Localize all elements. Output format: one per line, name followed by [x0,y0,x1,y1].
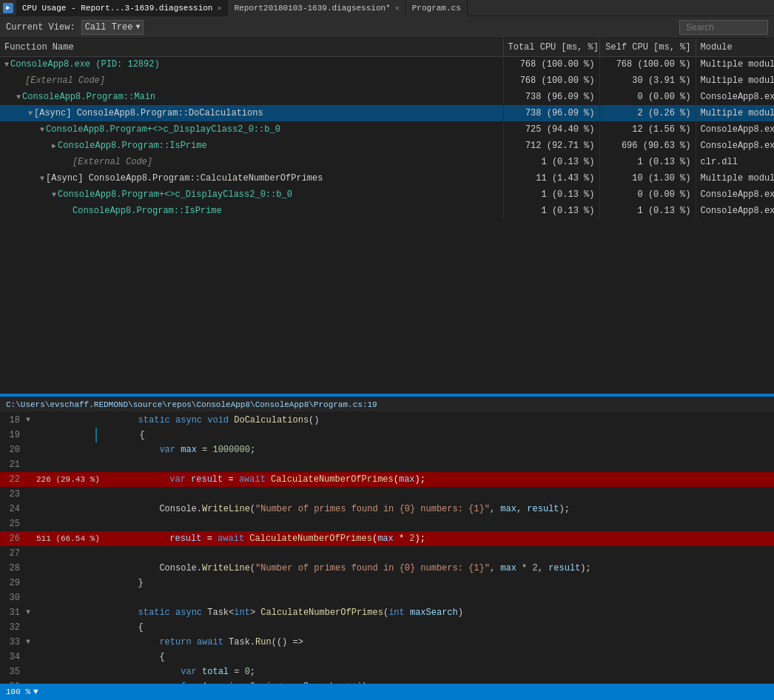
module-cell: ConsoleApp8.exe [696,203,774,219]
table-row[interactable]: ▼ConsoleApp8.Program+<>c_DisplayClass2_0… [0,186,774,203]
code-line: 28 Console.WriteLine("Number of primes f… [0,561,774,576]
line-number: 23 [0,487,26,502]
code-line: 20 var max = 1000000; [0,442,774,457]
table-row[interactable]: ▼[Async] ConsoleApp8.Program::CalculateN… [0,170,774,186]
col-header-self[interactable]: Self CPU [ms, %] [599,38,696,56]
tree-toggle-icon[interactable]: ▼ [28,110,33,118]
function-cell: ▼ConsoleApp8.Program::Main [0,89,503,105]
col-header-function[interactable]: Function Name [0,38,503,56]
self-cpu-cell: 1 (0.13 %) [599,203,696,219]
title-bar: ▶ CPU Usage - Report...3-1639.diagsessio… [0,0,774,16]
source-code: static async Task<int> CalculateNumberOf… [95,605,774,620]
function-name: [External Code] [25,75,105,86]
line-number: 27 [0,546,26,561]
line-number: 33 [0,635,26,650]
col-header-total[interactable]: Total CPU [ms, %] ▼ [503,38,599,56]
source-code: Console.WriteLine("Number of primes foun… [95,502,774,516]
self-cpu-cell: 10 (1.30 %) [599,170,696,186]
tab-report[interactable]: Report20180103-1639.diagsession* ✕ [228,0,405,16]
code-content: 18▼ static async void DoCalculations()19… [0,413,774,700]
table-row[interactable]: [External Code]768 (100.00 %)30 (3.91 %)… [0,73,774,89]
table-row[interactable]: ▼[Async] ConsoleApp8.Program::DoCalculat… [0,105,774,121]
view-dropdown[interactable]: Call Tree ▼ [81,20,144,35]
total-cpu-cell: 725 (94.40 %) [503,121,599,138]
function-cell: ▼ConsoleApp8.exe (PID: 12892) [0,56,503,73]
table-row[interactable]: ▶ConsoleApp8.Program::IsPrime712 (92.71 … [0,138,774,154]
module-cell: Multiple modules [696,56,774,73]
function-name: ConsoleApp8.Program+<>c_DisplayClass2_0:… [58,189,292,200]
tree-toggle-icon[interactable]: ▼ [16,93,21,101]
code-line: 33▼ return await Task.Run(() => [0,635,774,650]
self-cpu-cell: 1 (0.13 %) [599,154,696,170]
function-cell: ▼ConsoleApp8.Program+<>c_DisplayClass2_0… [0,121,503,138]
tree-toggle-icon[interactable]: ▼ [4,61,9,69]
total-cpu-cell: 738 (96.09 %) [503,89,599,105]
code-line: 21 [0,457,774,472]
tree-toggle-icon[interactable]: ▼ [40,175,44,183]
zoom-value: 100 % [6,687,30,696]
tab-program[interactable]: Program.cs [406,0,468,16]
table-row[interactable]: ▼ConsoleApp8.Program::Main738 (96.09 %)0… [0,89,774,105]
function-cell: ▼ConsoleApp8.Program+<>c_DisplayClass2_0… [0,186,503,203]
line-number: 24 [0,502,26,516]
function-cell: ConsoleApp8.Program::IsPrime [0,203,503,219]
source-code: { [95,620,774,635]
tree-toggle-icon[interactable]: ▶ [52,142,56,150]
call-tree-panel: Function Name Total CPU [ms, %] ▼ Self C… [0,38,774,394]
line-number: 18 [0,413,26,428]
function-name: ConsoleApp8.Program::IsPrime [73,206,222,216]
function-cell: ▼[Async] ConsoleApp8.Program::CalculateN… [0,170,503,186]
zoom-dropdown-icon[interactable]: ▼ [33,687,38,696]
app-icon: ▶ [3,3,13,13]
function-cell: [External Code] [0,154,503,170]
module-cell: clr.dll [696,154,774,170]
code-line: 34 { [0,650,774,664]
function-cell: ▶ConsoleApp8.Program::IsPrime [0,138,503,154]
tree-toggle-icon[interactable]: ▼ [40,126,44,134]
source-code: static async void DoCalculations() [95,413,774,428]
table-row[interactable]: ConsoleApp8.Program::IsPrime1 (0.13 %)1 … [0,203,774,219]
source-code: result = await CalculateNumberOfPrimes(m… [106,531,774,546]
current-view-label: Current View: [6,22,75,33]
code-line: 27 [0,546,774,561]
col-header-module[interactable]: Module [696,38,774,56]
line-number: 22 [0,472,26,487]
tab-cpu-close[interactable]: ✕ [217,4,221,13]
source-code: var max = 1000000; [95,442,774,457]
function-cell: [External Code] [0,73,503,89]
total-cpu-cell: 1 (0.13 %) [503,203,599,219]
collapse-icon[interactable]: ▼ [26,413,36,428]
table-row[interactable]: [External Code]1 (0.13 %)1 (0.13 %)clr.d… [0,154,774,170]
module-cell: ConsoleApp8.exe [696,121,774,138]
table-row[interactable]: ▼ConsoleApp8.Program+<>c_DisplayClass2_0… [0,121,774,138]
total-cpu-cell: 712 (92.71 %) [503,138,599,154]
tab-cpu-usage[interactable]: CPU Usage - Report...3-1639.diagsession … [16,0,228,16]
view-dropdown-value: Call Tree [85,22,133,33]
line-number: 20 [0,442,26,457]
tab-report-close[interactable]: ✕ [395,4,400,13]
line-number: 25 [0,516,26,531]
line-number: 29 [0,576,26,590]
collapse-icon[interactable]: ▼ [26,605,36,620]
code-line: 18▼ static async void DoCalculations() [0,413,774,428]
function-name: [Async] ConsoleApp8.Program::DoCalculati… [34,108,263,118]
zoom-control[interactable]: 100 % ▼ [6,687,38,696]
filepath-text: C:\Users\evschaff.REDMOND\source\repos\C… [6,400,377,409]
source-code: var total = 0; [95,664,774,679]
search-input[interactable] [679,20,768,35]
source-code: var result = await CalculateNumberOfPrim… [106,472,774,487]
self-cpu-cell: 0 (0.00 %) [599,89,696,105]
line-number: 32 [0,620,26,635]
table-row[interactable]: ▼ConsoleApp8.exe (PID: 12892)768 (100.00… [0,56,774,73]
total-cpu-cell: 11 (1.43 %) [503,170,599,186]
source-code: { [95,650,774,664]
total-cpu-cell: 1 (0.13 %) [503,186,599,203]
filepath-bar: C:\Users\evschaff.REDMOND\source\repos\C… [0,397,774,413]
code-line: 26511 (66.54 %) result = await Calculate… [0,531,774,546]
collapse-icon[interactable]: ▼ [26,635,36,650]
tree-toggle-icon[interactable]: ▼ [52,191,56,199]
line-number: 28 [0,561,26,576]
source-code: Console.WriteLine("Number of primes foun… [95,561,774,576]
source-code: { [95,428,774,442]
module-cell: Multiple modules [696,73,774,89]
